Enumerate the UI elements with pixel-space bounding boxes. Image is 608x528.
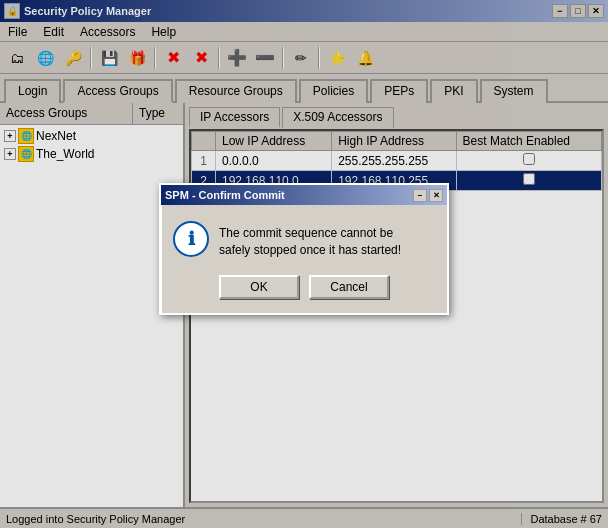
modal-close-button[interactable]: ✕ [429, 189, 443, 202]
modal-minimize-button[interactable]: − [413, 189, 427, 202]
modal-title-bar: SPM - Confirm Commit − ✕ [161, 185, 447, 205]
modal-title-controls: − ✕ [413, 189, 443, 202]
modal-ok-button[interactable]: OK [219, 275, 299, 299]
modal-message: The commit sequence cannot be safely sto… [219, 221, 401, 259]
modal-message-line1: The commit sequence cannot be [219, 226, 393, 240]
modal-content: ℹ The commit sequence cannot be safely s… [161, 205, 447, 267]
modal-dialog: SPM - Confirm Commit − ✕ ℹ The commit se… [159, 183, 449, 315]
modal-info-icon: ℹ [173, 221, 209, 257]
modal-title: SPM - Confirm Commit [165, 189, 285, 201]
modal-overlay: SPM - Confirm Commit − ✕ ℹ The commit se… [0, 0, 608, 528]
modal-buttons: OK Cancel [161, 267, 447, 313]
modal-message-line2: safely stopped once it has started! [219, 243, 401, 257]
modal-cancel-button[interactable]: Cancel [309, 275, 389, 299]
